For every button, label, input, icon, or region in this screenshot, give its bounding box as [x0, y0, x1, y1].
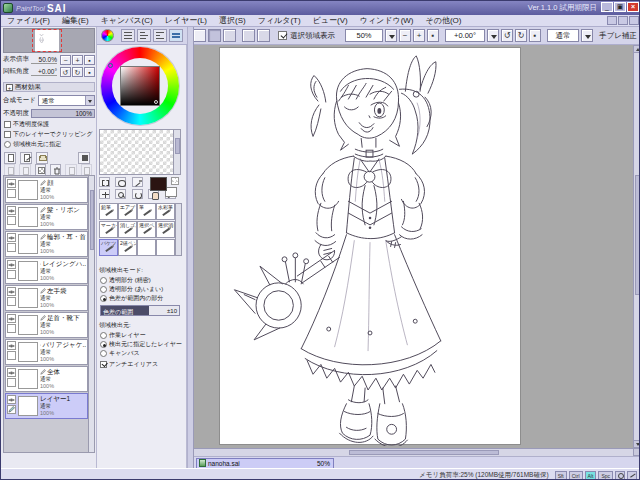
- view-blend-dropdown[interactable]: [581, 29, 593, 42]
- zoom-reset-button[interactable]: ▪: [427, 29, 439, 42]
- selection-source-radio[interactable]: [4, 141, 11, 148]
- layer-row-ashikubi[interactable]: 足首・靴下通常100%: [5, 312, 88, 338]
- mdi-minimize-button[interactable]: [607, 16, 617, 25]
- tool-grid-scrollbar[interactable]: [175, 203, 182, 256]
- layer-row-raising-heart[interactable]: レイジングハ..通常100%: [5, 258, 88, 284]
- tool-select-pen[interactable]: 選択ペン: [137, 221, 156, 238]
- move-icon[interactable]: [99, 189, 110, 199]
- menu-select[interactable]: 選択(S): [219, 15, 246, 26]
- material-effects-header[interactable]: + 画材効果: [3, 82, 95, 92]
- tool-marker[interactable]: マーカー: [99, 221, 118, 238]
- canvas-vscrollbar[interactable]: [633, 45, 640, 448]
- select-invert-button[interactable]: [242, 29, 255, 42]
- tool-bucket-selected[interactable]: バケツ: [99, 239, 118, 256]
- zoom-in-button[interactable]: +: [413, 29, 425, 42]
- transparent-swatch[interactable]: [171, 177, 179, 185]
- scroll-down-arrow-icon[interactable]: [633, 440, 640, 448]
- new-folder-button[interactable]: [36, 152, 48, 164]
- menu-edit[interactable]: 編集(E): [62, 15, 89, 26]
- select-all-button[interactable]: [257, 29, 270, 42]
- eye-icon[interactable]: [7, 368, 16, 377]
- expand-icon[interactable]: +: [6, 84, 13, 91]
- saturation-value-square[interactable]: [120, 66, 160, 106]
- lasso-icon[interactable]: [115, 177, 126, 187]
- layer-extra-box[interactable]: [7, 297, 16, 306]
- menu-layer[interactable]: レイヤー(L): [165, 15, 207, 26]
- nav-zoom-reset-button[interactable]: ▪: [84, 55, 95, 65]
- zoom-out-button[interactable]: −: [399, 29, 411, 42]
- vscroll-thumb[interactable]: [635, 175, 640, 295]
- rotate-cw-button[interactable]: ↻: [515, 29, 527, 42]
- layer-row-hidarite[interactable]: 左手袋通常100%: [5, 285, 88, 311]
- tool-empty-slot[interactable]: [156, 239, 175, 256]
- layer-extra-box[interactable]: [7, 378, 16, 387]
- scroll-up-arrow-icon[interactable]: [633, 45, 640, 53]
- menu-canvas[interactable]: キャンバス(C): [101, 15, 153, 26]
- rotate-ccw-button[interactable]: ↺: [501, 29, 513, 42]
- layer-extra-box[interactable]: [7, 270, 16, 279]
- zoom-tool-icon[interactable]: [115, 189, 126, 199]
- magic-wand-icon[interactable]: [132, 177, 143, 187]
- maximize-button[interactable]: ▣: [614, 2, 626, 12]
- gear-icon[interactable]: [615, 471, 625, 480]
- paint-layer-icon[interactable]: [7, 405, 16, 414]
- menu-window[interactable]: ウィンドウ(W): [360, 15, 414, 26]
- fill-layer-button[interactable]: [78, 152, 90, 164]
- navigator-view-rect[interactable]: [32, 29, 62, 52]
- menu-view[interactable]: ビュー(V): [313, 15, 348, 26]
- canvas-page[interactable]: [219, 47, 521, 445]
- blend-mode-select[interactable]: 通常: [38, 95, 95, 106]
- tool-airbrush[interactable]: エアブラシ: [118, 203, 137, 220]
- mdi-close-button[interactable]: [629, 16, 639, 25]
- eye-icon[interactable]: [7, 260, 16, 269]
- antialias-checkbox[interactable]: [100, 361, 107, 368]
- tool-select-eraser[interactable]: 選択消し: [156, 221, 175, 238]
- new-linework-layer-button[interactable]: [20, 152, 32, 164]
- eye-icon[interactable]: [7, 206, 16, 215]
- layer-extra-box[interactable]: [7, 243, 16, 252]
- mdi-restore-button[interactable]: [618, 16, 628, 25]
- rotate-view-icon[interactable]: [132, 189, 143, 199]
- nav-rotate-cw-button[interactable]: ↻: [72, 67, 83, 77]
- eye-icon[interactable]: [7, 179, 16, 188]
- redo-button[interactable]: [208, 29, 221, 42]
- source-working-layer-radio[interactable]: [100, 332, 107, 339]
- angle-reset-button[interactable]: ▪: [529, 29, 541, 42]
- eye-icon[interactable]: [7, 314, 16, 323]
- eye-icon[interactable]: [7, 395, 16, 404]
- zoom-dropdown-button[interactable]: [385, 29, 397, 42]
- tool-binary-pen[interactable]: 2値ペン: [118, 239, 137, 256]
- source-specified-layer-radio[interactable]: [100, 341, 107, 348]
- color-difference-slider[interactable]: 色差の範囲 ±10: [100, 305, 180, 316]
- undo-button[interactable]: [193, 29, 206, 42]
- layer-extra-box[interactable]: [7, 216, 16, 225]
- layer-extra-box[interactable]: [7, 324, 16, 333]
- new-layer-button[interactable]: [4, 152, 16, 164]
- mode-color-difference-radio[interactable]: [100, 295, 107, 302]
- layer-row-layer1-selected[interactable]: レイヤー1通常100%: [5, 393, 88, 419]
- view-blend-field[interactable]: 通常: [547, 29, 579, 42]
- layout-toggle-2[interactable]: [137, 29, 151, 42]
- preserve-opacity-checkbox[interactable]: [4, 121, 11, 128]
- layer-row-kami-ribbon[interactable]: 髪・リボン通常100%: [5, 204, 88, 230]
- primary-color-swatch[interactable]: [150, 177, 167, 191]
- menu-file[interactable]: ファイル(F): [7, 15, 50, 26]
- angle-field[interactable]: +0.00°: [445, 29, 485, 42]
- layer-row-rinkaku[interactable]: 輪郭・耳・首通常100%: [5, 231, 88, 257]
- hscroll-thumb[interactable]: [349, 450, 499, 455]
- mode-transparent-precise-radio[interactable]: [100, 277, 107, 284]
- tool-pencil[interactable]: 鉛筆: [99, 203, 118, 220]
- layout-toggle-3[interactable]: [153, 29, 167, 42]
- show-selection-checkbox[interactable]: [278, 31, 287, 40]
- nav-zoom-in-button[interactable]: +: [72, 55, 83, 65]
- angle-dropdown-button[interactable]: [487, 29, 499, 42]
- deselect-button[interactable]: [223, 29, 236, 42]
- menu-filter[interactable]: フィルタ(T): [258, 15, 301, 26]
- canvas-hscrollbar[interactable]: [194, 448, 633, 456]
- tool-brush[interactable]: 筆: [137, 203, 156, 220]
- tool-empty-slot[interactable]: [137, 239, 156, 256]
- layout-toggle-4[interactable]: [169, 29, 183, 42]
- layer-row-kao[interactable]: 顔通常100%: [5, 177, 88, 203]
- layer-list-scrollbar[interactable]: [88, 176, 94, 452]
- document-tab[interactable]: nanoha.sai 50%: [196, 458, 334, 469]
